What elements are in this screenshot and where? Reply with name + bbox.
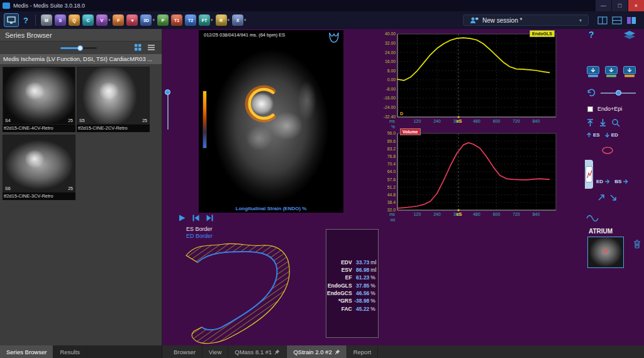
- series-number: S5: [79, 118, 85, 123]
- arrow-down-right-icon[interactable]: [609, 194, 617, 201]
- svg-text:ms: ms: [389, 119, 396, 123]
- arrow-up-right-icon[interactable]: [597, 194, 605, 201]
- thumbnail-image[interactable]: S4 25: [3, 67, 75, 125]
- tab-browser[interactable]: Browser: [167, 345, 203, 358]
- heart-analysis-icon[interactable]: ♥: [126, 14, 138, 26]
- tab-view[interactable]: View: [203, 345, 228, 358]
- svg-text:120: 120: [414, 212, 421, 216]
- help-icon[interactable]: ?: [589, 30, 594, 40]
- list-view-button[interactable]: [147, 43, 155, 52]
- series-thumbnail[interactable]: S5 25 tf2d15-CINE-2CV-Retro: [77, 67, 150, 132]
- bs-marker-button[interactable]: BS: [614, 179, 628, 184]
- cine-viewport[interactable]: 012/25 038/0414/941 ms. (64 bpm) ES Long…: [199, 30, 343, 213]
- close-button[interactable]: ×: [628, 0, 644, 11]
- thumbnail-caption: tf2d15-CINE-2CV-Retro: [77, 125, 150, 132]
- arrow-up-icon: [586, 132, 592, 138]
- table-row: ESV86.98ml: [326, 266, 378, 274]
- viewer-layout-button[interactable]: [4, 13, 19, 27]
- frame-slider[interactable]: [165, 89, 170, 131]
- dropdown-caret-icon[interactable]: ▾: [228, 18, 230, 23]
- maximize-button[interactable]: □: [611, 0, 628, 11]
- save-snapshot-button[interactable]: [604, 65, 618, 78]
- dropdown-caret-icon[interactable]: ▾: [108, 18, 111, 23]
- table-row: FAC45.22%: [326, 305, 378, 313]
- volume-legend-badge: Volume: [400, 128, 421, 135]
- study-manager-icon[interactable]: S: [55, 14, 66, 26]
- tab-report[interactable]: Report: [347, 345, 379, 358]
- thumbnail-image[interactable]: S6 25: [3, 135, 75, 193]
- skip-to-last-button[interactable]: [206, 214, 214, 222]
- copy-contour-down-icon[interactable]: [599, 118, 607, 127]
- svg-text:120: 120: [414, 119, 421, 123]
- app-icon: [3, 3, 10, 9]
- skip-to-first-button[interactable]: [192, 214, 200, 222]
- qflow-icon[interactable]: C: [82, 14, 94, 26]
- contour-drawing[interactable]: [169, 227, 335, 350]
- dropdown-caret-icon[interactable]: ▾: [152, 18, 155, 23]
- zoom-icon[interactable]: [611, 118, 620, 127]
- ed-marker-button[interactable]: ED: [596, 179, 610, 184]
- series-thumbnail[interactable]: S6 25 tf2d15-CINE-3CV-Retro: [3, 135, 75, 200]
- atrium-thumbnail[interactable]: [587, 237, 624, 268]
- chart-flyout-button[interactable]: [586, 166, 592, 182]
- dropdown-caret-icon[interactable]: ▾: [244, 18, 247, 23]
- main-toolbar-icons: MSQCV▾F♥3D▾PT1T2FT▾R▾X▾: [38, 14, 247, 26]
- medis-viewer-icon[interactable]: M: [41, 14, 52, 26]
- study-header[interactable]: Medis Ischemia (LV Function, DSI, TSI) C…: [0, 54, 162, 64]
- table-row: *GRS-38.98%: [326, 298, 378, 305]
- arrow-right-icon: [623, 179, 628, 184]
- ed-ph ase-button[interactable]: ED: [604, 132, 618, 138]
- slider-handle[interactable]: [77, 45, 83, 51]
- layers-icon[interactable]: [623, 30, 636, 40]
- report-tool-icon[interactable]: R: [216, 14, 227, 26]
- tab-series-browser[interactable]: Series Browser: [0, 345, 53, 358]
- dropdown-caret-icon[interactable]: ▾: [211, 18, 213, 23]
- copy-contour-up-icon[interactable]: [586, 118, 594, 127]
- export-buttons: [586, 65, 636, 78]
- grid-layout-icon[interactable]: [612, 16, 622, 25]
- save-report-button[interactable]: [586, 65, 600, 78]
- session-selector[interactable]: New session * ▾: [463, 14, 589, 26]
- phase-row: ES ED: [586, 132, 618, 138]
- undo-icon[interactable]: [586, 88, 596, 97]
- strain-chart-panel: 40.0032.0024.0016.008.000.00-8.00-16.00-…: [375, 28, 564, 133]
- play-button[interactable]: [178, 214, 186, 222]
- t1-mapping-icon[interactable]: T1: [171, 14, 182, 26]
- flow-tool-icon[interactable]: FT: [199, 14, 210, 26]
- t2-mapping-icon[interactable]: T2: [185, 14, 196, 26]
- ed-border-contour[interactable]: [197, 252, 277, 330]
- curve-tool-icon[interactable]: [586, 214, 599, 223]
- svg-text:38.4: 38.4: [387, 200, 396, 204]
- series-thumbnail[interactable]: S4 25 tf2d15-CINE-4CV-Retro: [3, 67, 75, 132]
- volume-chart-panel: 96.089.683.276.870.464.057.651.244.838.4…: [375, 128, 564, 227]
- thumbnail-size-slider[interactable]: [60, 47, 97, 49]
- minimize-button[interactable]: —: [595, 0, 611, 11]
- series-browser-title: Series Browser: [0, 29, 162, 42]
- tab-results[interactable]: Results: [53, 345, 87, 358]
- grid-view-button[interactable]: [134, 43, 142, 52]
- tab-qmass[interactable]: QMass 8.1 #1: [228, 345, 287, 358]
- qstrain-icon[interactable]: P: [157, 14, 169, 26]
- slider-handle[interactable]: [616, 90, 621, 96]
- help-icon[interactable]: ?: [23, 16, 28, 25]
- chart-flyout-tab[interactable]: [585, 160, 593, 189]
- display-settings-icon[interactable]: [626, 16, 636, 25]
- svg-text:40.00: 40.00: [385, 31, 396, 36]
- trash-icon[interactable]: [633, 239, 641, 249]
- endo-epi-checkbox[interactable]: [587, 106, 593, 112]
- thumbnail-image[interactable]: S5 25: [77, 67, 150, 125]
- qangio-icon[interactable]: F: [113, 14, 124, 26]
- split-layout-icon[interactable]: [597, 16, 608, 25]
- left-tab-group: Series Browser Results: [0, 345, 162, 358]
- qmass-icon[interactable]: Q: [69, 14, 80, 26]
- save-data-button[interactable]: [623, 65, 636, 78]
- compare-tool-icon[interactable]: X: [232, 14, 243, 26]
- opacity-slider[interactable]: [601, 90, 636, 96]
- tab-qstrain[interactable]: QStrain 2.0 #2: [287, 345, 347, 358]
- es-phase-button[interactable]: ES: [586, 132, 600, 138]
- 3d-view-icon[interactable]: 3D: [140, 14, 152, 26]
- endo-epi-toggle[interactable]: Endo+Epi: [587, 106, 622, 112]
- capture-icon[interactable]: V: [96, 14, 108, 26]
- ellipse-tool-icon[interactable]: [601, 146, 614, 155]
- slider-handle[interactable]: [165, 89, 170, 95]
